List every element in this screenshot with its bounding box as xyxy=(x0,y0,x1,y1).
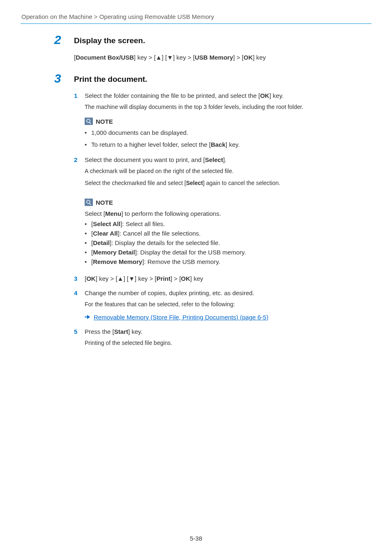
step-number: 3 xyxy=(54,70,61,87)
note-box: NOTE • 1,000 documents can be displayed.… xyxy=(85,117,371,149)
substep-text: Press the [Start] key. xyxy=(85,327,371,336)
note-bullet: •[Select All]: Select all files. xyxy=(85,220,371,228)
arrow-right-icon xyxy=(85,315,90,319)
note-icon xyxy=(85,199,93,206)
step-title: Print the document. xyxy=(74,74,371,85)
substep-4: 4 Change the number of copies, duplex pr… xyxy=(74,289,371,309)
key-sequence: [Document Box/USB] key > [▲] [▼] key > [… xyxy=(74,53,371,62)
substep-desc: Printing of the selected file begins. xyxy=(85,339,371,347)
note-bullet: •[Clear All]: Cancel all the file select… xyxy=(85,229,371,238)
page-number: 5-38 xyxy=(0,534,392,543)
note-bullet: • 1,000 documents can be displayed. xyxy=(85,128,371,137)
substep-number: 1 xyxy=(74,91,77,100)
substep-text: Select the document you want to print, a… xyxy=(85,155,371,164)
substep-text: [OK] key > [▲] [▼] key > [Print] > [OK] … xyxy=(85,274,371,283)
substep-2: 2 Select the document you want to print,… xyxy=(74,155,371,187)
substep-desc: The machine will display documents in th… xyxy=(85,103,371,111)
substep-desc: For the features that can be selected, r… xyxy=(85,301,371,309)
note-icon xyxy=(85,118,93,125)
note-bullet: • To return to a higher level folder, se… xyxy=(85,140,371,149)
link-text: Removable Memory (Store File, Printing D… xyxy=(94,313,268,321)
substep-desc: Select the checkmarked file and select [… xyxy=(85,179,371,187)
note-box: NOTE Select [Menu] to perform the follow… xyxy=(85,198,371,266)
note-label: NOTE xyxy=(96,198,113,207)
note-label: NOTE xyxy=(96,117,113,126)
note-bullet: •[Remove Memory]: Remove the USB memory. xyxy=(85,257,371,266)
substep-3: 3 [OK] key > [▲] [▼] key > [Print] > [OK… xyxy=(74,274,371,283)
breadcrumb: Operation on the Machine > Operating usi… xyxy=(21,12,371,21)
step-title: Display the screen. xyxy=(74,35,371,46)
step-2: 2 Display the screen. [Document Box/USB]… xyxy=(74,35,371,62)
substep-number: 4 xyxy=(74,289,77,297)
substep-5: 5 Press the [Start] key. Printing of the… xyxy=(74,327,371,347)
note-bullet: •[Memory Detail]: Display the detail for… xyxy=(85,248,371,257)
substep-text: Select the folder containing the file to… xyxy=(85,91,371,100)
substep-number: 2 xyxy=(74,155,77,164)
divider xyxy=(21,23,371,24)
step-3: 3 Print the document. 1 Select the folde… xyxy=(74,74,371,347)
note-bullet: •[Detail]: Display the details for the s… xyxy=(85,238,371,247)
step-number: 2 xyxy=(54,31,61,49)
cross-ref-link[interactable]: Removable Memory (Store File, Printing D… xyxy=(85,313,371,321)
substep-number: 3 xyxy=(74,274,77,283)
note-intro: Select [Menu] to perform the following o… xyxy=(85,209,371,218)
substep-desc: A checkmark will be placed on the right … xyxy=(85,167,371,176)
substep-1: 1 Select the folder containing the file … xyxy=(74,91,371,111)
substep-number: 5 xyxy=(74,327,77,336)
substep-text: Change the number of copies, duplex prin… xyxy=(85,289,371,297)
